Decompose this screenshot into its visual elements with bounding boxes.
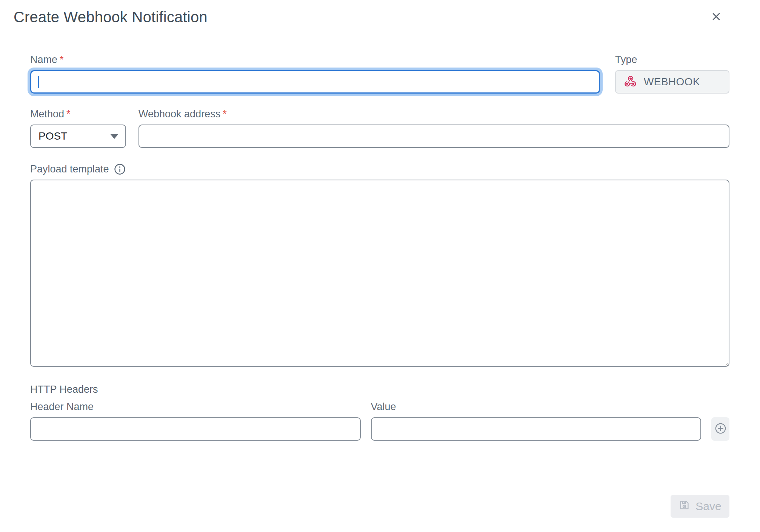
floppy-disk-icon (678, 499, 690, 514)
method-select[interactable]: POST (30, 125, 126, 148)
x-icon (710, 18, 722, 24)
header-name-label: Header Name (30, 401, 361, 413)
header-name-field-group: Header Name (30, 401, 361, 441)
name-label: Name* (30, 54, 600, 66)
save-button-label: Save (695, 500, 721, 513)
info-icon (114, 171, 126, 176)
create-webhook-dialog: Create Webhook Notification Name* Type (0, 0, 760, 532)
type-label: Type (615, 54, 729, 66)
payload-template-textarea[interactable] (30, 180, 729, 367)
method-selected-value: POST (38, 130, 67, 142)
required-asterisk: * (60, 54, 64, 65)
text-cursor (38, 76, 39, 88)
header-value-field-group: Value (371, 401, 702, 441)
webhook-form: Name* Type WEBHOOK (0, 54, 760, 518)
payload-template-label: Payload template (30, 163, 109, 175)
http-headers-section-label: HTTP Headers (30, 383, 729, 395)
type-chip: WEBHOOK (615, 70, 729, 94)
circle-plus-icon (715, 423, 726, 435)
add-header-button[interactable] (711, 417, 729, 441)
payload-template-group: Payload template (30, 163, 729, 368)
chevron-down-icon (110, 134, 118, 139)
dialog-header: Create Webhook Notification (0, 0, 760, 26)
name-input-focus-ring (30, 70, 600, 94)
method-label: Method* (30, 108, 126, 120)
header-value-label: Value (371, 401, 702, 413)
webhook-icon (623, 74, 637, 90)
webhook-address-label: Webhook address* (138, 108, 729, 120)
save-button[interactable]: Save (671, 495, 729, 518)
required-asterisk: * (223, 108, 227, 120)
close-button[interactable] (709, 9, 724, 24)
name-input[interactable] (31, 71, 599, 92)
method-field-group: Method* POST (30, 108, 126, 148)
header-name-input[interactable] (30, 417, 361, 441)
dialog-footer: Save (30, 495, 729, 518)
info-button[interactable] (114, 163, 126, 175)
type-value: WEBHOOK (644, 76, 700, 88)
type-field-group: Type WEBHOOK (615, 54, 729, 94)
name-field-group: Name* (30, 54, 600, 94)
required-asterisk: * (66, 108, 71, 120)
webhook-address-field-group: Webhook address* (138, 108, 729, 148)
webhook-address-input[interactable] (138, 125, 729, 148)
header-value-input[interactable] (371, 417, 702, 441)
page-title: Create Webhook Notification (14, 8, 746, 26)
http-headers-section: HTTP Headers Header Name Value (30, 383, 729, 441)
